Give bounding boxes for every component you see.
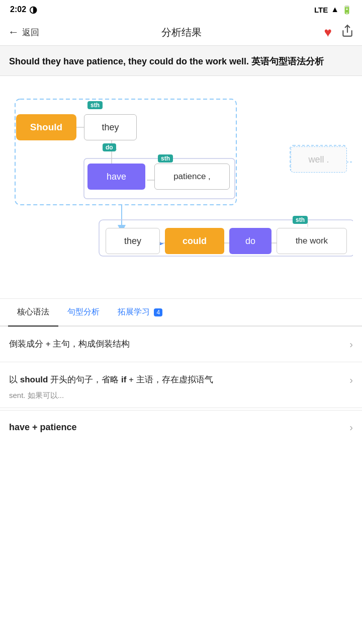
diagram-inner: 主句 Should xyxy=(6,84,353,290)
signal-icon: ▲ xyxy=(331,5,339,14)
chevron-icon-2: › xyxy=(349,374,353,386)
have-patience-item[interactable]: have + patience › xyxy=(0,410,362,444)
sth-tag-2: sth xyxy=(158,154,173,163)
chevron-icon-1: › xyxy=(349,339,353,350)
grammar-item-1-text: 倒装成分 + 主句，构成倒装结构 xyxy=(9,338,344,351)
header: ← 返回 分析结果 ♥ xyxy=(0,19,362,46)
do-node: do xyxy=(229,228,272,254)
lte-label: LTE xyxy=(314,6,328,14)
patience-node: patience , xyxy=(154,164,230,190)
circle-icon: ◑ xyxy=(29,4,37,15)
could-node: could xyxy=(165,228,224,254)
header-actions: ♥ xyxy=(324,24,354,40)
sentence-english: Should they have patience, they could do… xyxy=(9,56,249,66)
grammar-item-2-text: 以 should 开头的句子，省略 if + 主语，存在虚拟语气 xyxy=(9,373,344,386)
sth-tag-3: sth xyxy=(293,216,308,224)
page-title: 分析结果 xyxy=(161,26,202,39)
favorite-icon[interactable]: ♥ xyxy=(324,25,332,40)
tab-core[interactable]: 核心语法 xyxy=(8,299,58,326)
back-arrow-icon: ← xyxy=(8,26,19,39)
status-right: LTE ▲ 🔋 xyxy=(314,5,352,15)
grammar-item-1[interactable]: 倒装成分 + 主句，构成倒装结构 › xyxy=(0,327,362,362)
well-node: well . xyxy=(291,146,347,173)
share-icon[interactable] xyxy=(341,24,354,40)
diagram-area: 主句 Should xyxy=(0,76,362,299)
tabs-bar: 核心语法 句型分析 拓展学习 4 xyxy=(0,299,362,327)
sentence-title: Should they have patience, they could do… xyxy=(0,46,362,76)
battery-icon: 🔋 xyxy=(342,5,352,15)
have-node: have xyxy=(87,164,145,190)
status-left: 2:02 ◑ xyxy=(10,4,37,15)
grammar-item-2-sub: sent. 如果可以... xyxy=(0,387,362,408)
chevron-icon-3: › xyxy=(349,422,353,433)
sentence-chinese: 英语句型语法分析 xyxy=(251,56,324,66)
back-label: 返回 xyxy=(22,27,39,38)
sth-tag-1: sth xyxy=(87,101,103,109)
they1-node: they xyxy=(84,114,137,140)
thework-node: the work xyxy=(277,228,347,254)
do-tag: do xyxy=(103,143,116,151)
should-node: Should xyxy=(16,114,76,140)
status-bar: 2:02 ◑ LTE ▲ 🔋 xyxy=(0,0,362,19)
grammar-item-2[interactable]: 以 should 开头的句子，省略 if + 主语，存在虚拟语气 › sent.… xyxy=(0,362,362,408)
back-button[interactable]: ← 返回 xyxy=(8,26,39,39)
tab-expand[interactable]: 拓展学习 4 xyxy=(109,299,171,326)
they2-node: they xyxy=(106,228,160,254)
have-patience-label: have + patience xyxy=(9,422,77,433)
tab-sentence[interactable]: 句型分析 xyxy=(58,299,109,326)
time-display: 2:02 xyxy=(10,5,26,14)
expand-badge: 4 xyxy=(154,308,162,316)
